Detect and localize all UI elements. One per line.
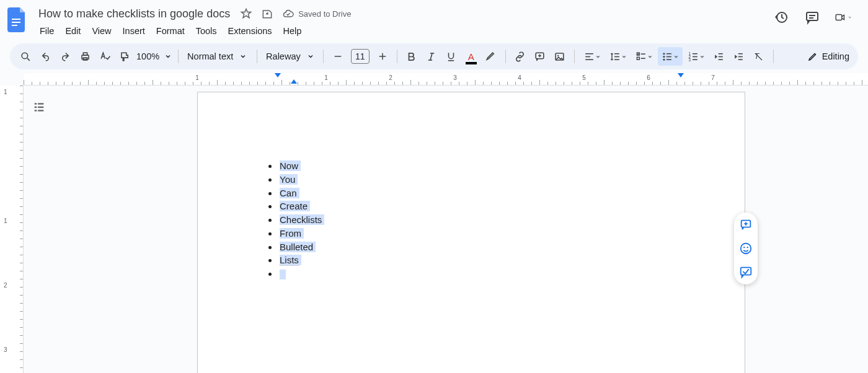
add-comment-button[interactable] xyxy=(531,47,549,66)
vertical-ruler[interactable]: 1123 xyxy=(0,86,24,373)
highlight-button[interactable] xyxy=(482,47,500,66)
font-family-value: Raleway xyxy=(266,51,301,61)
menu-insert[interactable]: Insert xyxy=(118,24,150,38)
spellcheck-button[interactable] xyxy=(95,47,114,66)
list-item[interactable]: From xyxy=(278,227,685,240)
checklist-dropdown[interactable] xyxy=(632,47,657,66)
first-line-indent-marker[interactable] xyxy=(275,73,281,77)
history-icon[interactable] xyxy=(773,9,790,26)
document-page[interactable]: NowYouCanCreateChecklistsFromBulletedLis… xyxy=(197,92,745,373)
clear-formatting-button[interactable] xyxy=(750,47,768,66)
menu-edit[interactable]: Edit xyxy=(60,24,86,38)
emoji-reaction-icon[interactable] xyxy=(738,241,753,256)
line-spacing-dropdown[interactable] xyxy=(606,47,631,66)
undo-button[interactable] xyxy=(36,47,55,66)
decrease-indent-button[interactable] xyxy=(710,47,728,66)
svg-rect-62 xyxy=(12,19,20,20)
italic-button[interactable] xyxy=(422,47,441,66)
cloud-status[interactable]: Saved to Drive xyxy=(282,7,351,20)
meet-icon[interactable] xyxy=(835,9,852,26)
comments-icon[interactable] xyxy=(804,9,821,26)
font-size-increase[interactable] xyxy=(373,47,392,66)
floating-comment-toolbar xyxy=(734,213,758,284)
document-title[interactable]: How to make checklists in google docs xyxy=(35,6,234,22)
menu-format[interactable]: Format xyxy=(151,24,190,38)
numbered-list-dropdown[interactable] xyxy=(684,47,709,66)
search-button[interactable] xyxy=(16,47,35,66)
saved-label: Saved to Drive xyxy=(298,9,351,19)
menu-extensions[interactable]: Extensions xyxy=(223,24,277,38)
editing-mode-label: Editing xyxy=(822,51,849,61)
list-item[interactable]: Create xyxy=(278,200,685,213)
show-outline-button[interactable] xyxy=(30,98,48,116)
list-item[interactable]: Bulleted xyxy=(278,240,685,254)
insert-link-button[interactable] xyxy=(511,47,529,66)
bulleted-list-dropdown[interactable] xyxy=(658,47,683,66)
underline-button[interactable] xyxy=(442,47,461,66)
svg-rect-63 xyxy=(12,22,20,23)
insert-image-button[interactable] xyxy=(551,47,569,66)
list-item[interactable]: Now xyxy=(278,159,685,173)
right-indent-marker[interactable] xyxy=(678,73,684,77)
paragraph-style-value: Normal text xyxy=(187,51,233,61)
paint-format-button[interactable] xyxy=(115,47,134,66)
redo-button[interactable] xyxy=(56,47,74,66)
menu-tools[interactable]: Tools xyxy=(191,24,222,38)
font-size-decrease[interactable] xyxy=(329,47,347,66)
move-icon[interactable] xyxy=(261,7,273,20)
menu-file[interactable]: File xyxy=(35,24,59,38)
text-color-button[interactable]: A xyxy=(462,47,480,66)
zoom-dropdown[interactable]: 100% xyxy=(135,51,173,61)
zoom-value: 100% xyxy=(136,51,159,61)
align-dropdown[interactable] xyxy=(580,47,604,66)
star-icon[interactable] xyxy=(240,7,252,20)
list-item[interactable]: Lists xyxy=(278,253,685,267)
print-button[interactable] xyxy=(76,47,94,66)
add-comment-icon[interactable] xyxy=(738,217,753,232)
svg-rect-64 xyxy=(12,25,17,26)
list-item[interactable]: Checklists xyxy=(278,213,685,227)
suggest-edits-icon[interactable] xyxy=(738,265,753,279)
list-item[interactable] xyxy=(278,267,685,281)
editing-mode-dropdown[interactable]: Editing xyxy=(807,51,852,62)
docs-logo[interactable] xyxy=(5,7,30,32)
horizontal-ruler[interactable]: 11234567 xyxy=(24,73,868,86)
menu-help[interactable]: Help xyxy=(278,24,307,38)
left-indent-marker[interactable] xyxy=(291,79,297,84)
bulleted-list[interactable]: NowYouCanCreateChecklistsFromBulletedLis… xyxy=(278,159,685,281)
bold-button[interactable] xyxy=(402,47,421,66)
menu-view[interactable]: View xyxy=(87,24,116,38)
list-item[interactable]: You xyxy=(278,173,685,186)
menu-bar: File Edit View Insert Format Tools Exten… xyxy=(35,24,768,38)
font-size-input[interactable]: 11 xyxy=(351,49,370,64)
increase-indent-button[interactable] xyxy=(730,47,748,66)
paragraph-style-dropdown[interactable]: Normal text xyxy=(184,51,252,61)
toolbar: 100% Normal text Raleway 11 A xyxy=(10,43,858,69)
font-family-dropdown[interactable]: Raleway xyxy=(262,51,318,61)
list-item[interactable]: Can xyxy=(278,186,685,200)
